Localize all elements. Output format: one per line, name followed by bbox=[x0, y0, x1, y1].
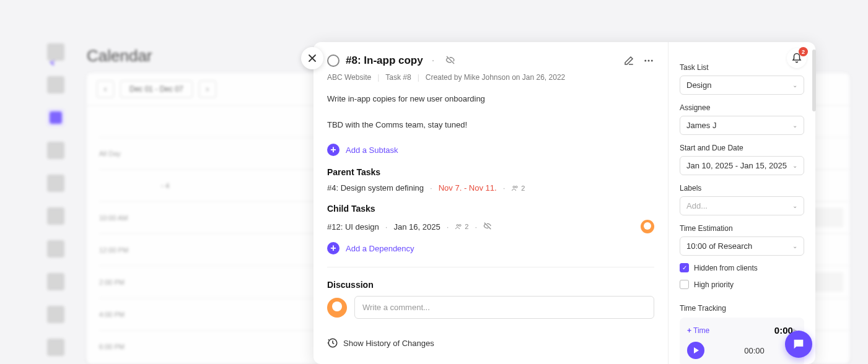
chevron-down-icon: ⌄ bbox=[792, 82, 797, 89]
task-list-select[interactable]: Design ⌄ bbox=[680, 76, 804, 95]
history-icon bbox=[327, 337, 338, 349]
hidden-icon bbox=[445, 55, 455, 67]
time-est-select[interactable]: 10:00 of Research ⌄ bbox=[680, 236, 804, 256]
task-ref: Task #8 bbox=[385, 73, 411, 82]
parent-tasks-heading: Parent Tasks bbox=[327, 167, 654, 177]
calendar-nav-icon[interactable] bbox=[47, 109, 64, 126]
edit-button[interactable] bbox=[623, 55, 634, 66]
scrollbar[interactable] bbox=[812, 50, 816, 111]
nav-icon[interactable] bbox=[47, 339, 64, 356]
labels-label: Labels bbox=[680, 184, 804, 193]
hidden-checkbox[interactable]: ✓ bbox=[680, 263, 689, 272]
dates-select[interactable]: Jan 10, 2025 - Jan 15, 2025 ⌄ bbox=[680, 156, 804, 175]
user-avatar bbox=[327, 298, 347, 318]
plus-icon: + bbox=[327, 242, 340, 254]
timer-display: 00:00 bbox=[712, 346, 797, 355]
priority-checkbox[interactable] bbox=[680, 280, 689, 289]
chevron-down-icon: ⌄ bbox=[792, 243, 797, 249]
hidden-checkbox-row[interactable]: ✓ Hidden from clients bbox=[680, 263, 804, 272]
svg-point-1 bbox=[648, 60, 650, 62]
page-title: Calendar bbox=[87, 46, 152, 66]
nav-icon[interactable] bbox=[47, 306, 64, 323]
plus-icon: + bbox=[327, 144, 340, 156]
assignee-label: Assignee bbox=[680, 103, 804, 112]
task-sidebar: 2 Task List Design ⌄ Assignee James J ⌄ … bbox=[668, 42, 815, 364]
more-button[interactable] bbox=[643, 55, 654, 66]
priority-checkbox-row[interactable]: High priority bbox=[680, 280, 804, 289]
svg-point-0 bbox=[644, 60, 646, 62]
parent-task-row[interactable]: #4: Design system defining · Nov 7. - No… bbox=[327, 183, 654, 193]
created-by: Created by Mike Johnson on Jan 26, 2022 bbox=[426, 73, 565, 82]
nav-icon[interactable] bbox=[47, 240, 64, 258]
date-range[interactable]: Dec 01 - Dec 07 bbox=[120, 80, 193, 98]
child-tasks-heading: Child Tasks bbox=[327, 204, 654, 214]
nav-icon[interactable] bbox=[47, 43, 64, 61]
task-meta: ABC Website | Task #8 | Created by Mike … bbox=[327, 73, 654, 82]
nav-icon[interactable] bbox=[47, 273, 64, 290]
assignee-avatar bbox=[641, 220, 654, 233]
time-tracking-label: Time Tracking bbox=[680, 304, 804, 313]
chat-icon bbox=[792, 337, 805, 351]
task-complete-checkbox[interactable] bbox=[327, 54, 340, 67]
edit-icon bbox=[623, 55, 634, 66]
svg-point-4 bbox=[515, 186, 517, 188]
prev-week-button[interactable]: ‹ bbox=[97, 80, 114, 98]
child-task-row[interactable]: #12: UI design · Jan 16, 2025 · 2 · bbox=[327, 220, 654, 233]
nav-icon[interactable] bbox=[47, 175, 64, 192]
nav-icon[interactable] bbox=[47, 207, 64, 225]
chevron-down-icon: ⌄ bbox=[792, 122, 797, 129]
chevron-down-icon: ⌄ bbox=[792, 162, 797, 169]
add-dependency-button[interactable]: + Add a Dependency bbox=[327, 242, 654, 254]
dates-label: Start and Due Date bbox=[680, 144, 804, 152]
labels-select[interactable]: Add... ⌄ bbox=[680, 196, 804, 215]
timer-play-button[interactable] bbox=[687, 342, 704, 359]
task-title: #8: In-app copy bbox=[346, 54, 423, 67]
next-week-button[interactable]: › bbox=[199, 80, 216, 98]
hidden-icon bbox=[483, 222, 492, 232]
close-icon bbox=[308, 54, 317, 63]
people-icon: 2 bbox=[455, 223, 468, 230]
chevron-down-icon: ⌄ bbox=[792, 202, 797, 209]
close-modal-button[interactable] bbox=[301, 47, 323, 69]
task-list-label: Task List bbox=[680, 63, 804, 72]
assignee-select[interactable]: James J ⌄ bbox=[680, 116, 804, 135]
time-est-label: Time Estimation bbox=[680, 224, 804, 233]
comment-input[interactable] bbox=[354, 296, 654, 319]
nav-icon[interactable] bbox=[47, 142, 64, 159]
add-time-button[interactable]: + Time bbox=[687, 326, 709, 335]
task-main-panel: #8: In-app copy · ABC Website | Task #8 … bbox=[313, 42, 668, 364]
show-history-button[interactable]: Show History of Changes bbox=[327, 337, 654, 349]
svg-point-2 bbox=[651, 60, 653, 62]
notification-badge: 2 bbox=[799, 47, 808, 56]
svg-point-6 bbox=[459, 225, 461, 227]
discussion-heading: Discussion bbox=[327, 280, 654, 290]
add-subtask-button[interactable]: + Add a Subtask bbox=[327, 144, 654, 156]
svg-point-5 bbox=[457, 225, 458, 227]
task-description: Write in-app copies for new user onboard… bbox=[327, 93, 654, 131]
chat-button[interactable] bbox=[785, 331, 812, 358]
more-icon bbox=[643, 55, 654, 66]
nav-icon[interactable] bbox=[47, 76, 64, 93]
people-icon: 2 bbox=[511, 184, 525, 192]
project-name[interactable]: ABC Website bbox=[327, 73, 371, 82]
task-modal: #8: In-app copy · ABC Website | Task #8 … bbox=[313, 42, 815, 364]
svg-point-3 bbox=[513, 186, 515, 188]
notifications-button[interactable]: 2 bbox=[787, 48, 807, 68]
